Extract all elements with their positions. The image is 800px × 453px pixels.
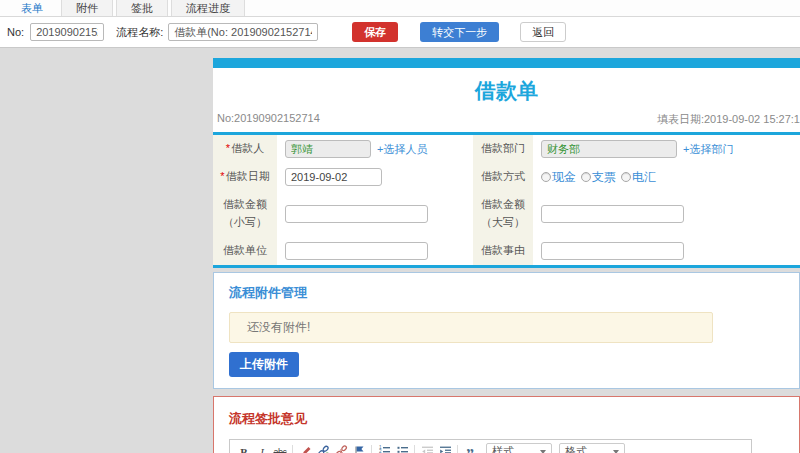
panel-accent-bar (213, 58, 800, 68)
tab-progress[interactable]: 流程进度 (171, 0, 245, 16)
content-area: 借款单 No:20190902152714 填表日期:2019-09-02 15… (0, 48, 800, 453)
borrower-input[interactable] (285, 140, 371, 158)
bulleted-list-icon[interactable] (394, 443, 410, 453)
fill-date: 填表日期:2019-09-02 15:27:1 (657, 112, 800, 127)
caret-down-icon (613, 450, 619, 453)
attachment-panel: 流程附件管理 还没有附件! 上传附件 (213, 272, 800, 389)
remove-format-icon[interactable] (297, 443, 313, 453)
link-icon[interactable] (315, 443, 331, 453)
toolbar-separator (292, 445, 293, 453)
radio-icon[interactable] (541, 172, 551, 182)
loan-unit-field (277, 237, 473, 265)
borrower-field: +选择人员 (277, 135, 473, 163)
format-dropdown[interactable]: 格式 (559, 443, 625, 453)
loan-reason-input[interactable] (541, 242, 684, 260)
caret-down-icon (540, 450, 546, 453)
borrower-label-text: 借款人 (231, 142, 264, 154)
next-step-button[interactable]: 转交下一步 (420, 22, 499, 42)
loan-date-label-text: 借款日期 (226, 170, 270, 182)
loan-method-field: 现金 支票 电汇 (533, 163, 800, 191)
required-mark: * (220, 170, 224, 182)
required-mark: * (226, 142, 230, 154)
toolbar-separator (457, 445, 458, 453)
no-attachment-alert: 还没有附件! (229, 312, 713, 343)
form-meta: No:20190902152714 填表日期:2019-09-02 15:27:… (213, 112, 800, 132)
loan-form-panel: 借款单 No:20190902152714 填表日期:2019-09-02 15… (213, 58, 800, 268)
amount-big-input[interactable] (541, 205, 684, 223)
back-button[interactable]: 返回 (520, 22, 566, 42)
loan-date-label: *借款日期 (213, 163, 277, 191)
unlink-icon[interactable] (333, 443, 349, 453)
loan-date-input[interactable] (285, 168, 382, 186)
rich-text-editor: B I abc 123 (229, 439, 752, 453)
method-option-cheque[interactable]: 支票 (581, 169, 616, 186)
loan-reason-label-text: 借款事由 (481, 242, 525, 260)
outdent-icon[interactable] (419, 443, 435, 453)
process-name-input[interactable] (168, 23, 318, 41)
loan-unit-input[interactable] (285, 242, 428, 260)
tab-attachment[interactable]: 附件 (61, 0, 113, 16)
anchor-flag-icon[interactable] (351, 443, 367, 453)
tab-form[interactable]: 表单 (6, 0, 58, 16)
process-name-label: 流程名称: (116, 25, 163, 40)
method-option-wire[interactable]: 电汇 (621, 169, 656, 186)
radio-icon[interactable] (581, 172, 591, 182)
method-option-cash[interactable]: 现金 (541, 169, 576, 186)
loan-method-label: 借款方式 (473, 163, 533, 191)
method-option-label: 电汇 (632, 169, 656, 186)
approval-panel: 流程签批意见 B I abc (213, 396, 800, 453)
loan-reason-field (533, 237, 800, 265)
accent-divider-bottom (213, 265, 800, 268)
amount-small-field (277, 191, 473, 237)
tab-bar: 表单 附件 签批 流程进度 (0, 0, 800, 17)
department-input[interactable] (541, 140, 677, 158)
amount-big-label-text: 借款金额（大写） (476, 196, 530, 231)
amount-small-label-text: 借款金额（小写） (216, 196, 274, 231)
tab-sign[interactable]: 签批 (116, 0, 168, 16)
styles-dropdown-label: 样式 (492, 444, 514, 453)
toolbar: No: 流程名称: 保存 转交下一步 返回 (0, 17, 800, 48)
toolbar-separator (414, 445, 415, 453)
amount-small-input[interactable] (285, 205, 428, 223)
blockquote-icon[interactable]: ” (462, 443, 478, 453)
department-label: 借款部门 (473, 135, 533, 163)
select-person-link[interactable]: +选择人员 (377, 142, 427, 157)
form-grid: *借款人 +选择人员 借款部门 +选择部门 *借款日期 借款方式 (213, 135, 800, 265)
format-dropdown-label: 格式 (565, 444, 587, 453)
numbered-list-icon[interactable]: 123 (376, 443, 392, 453)
amount-big-label: 借款金额（大写） (473, 191, 533, 237)
loan-date-field (277, 163, 473, 191)
styles-dropdown[interactable]: 样式 (486, 443, 552, 453)
save-button[interactable]: 保存 (352, 22, 398, 42)
loan-unit-label: 借款单位 (213, 237, 277, 265)
upload-attachment-button[interactable]: 上传附件 (229, 352, 299, 377)
select-department-link[interactable]: +选择部门 (683, 142, 733, 157)
doc-no: No:20190902152714 (217, 112, 320, 127)
toolbar-separator (371, 445, 372, 453)
editor-toolbar: B I abc 123 (230, 440, 751, 453)
amount-big-field (533, 191, 800, 237)
borrower-label: *借款人 (213, 135, 277, 163)
amount-small-label: 借款金额（小写） (213, 191, 277, 237)
indent-icon[interactable] (437, 443, 453, 453)
approval-heading: 流程签批意见 (229, 410, 799, 428)
no-label: No: (7, 26, 24, 38)
strikethrough-icon[interactable]: abc (272, 443, 288, 453)
loan-method-label-text: 借款方式 (481, 168, 525, 186)
method-option-label: 支票 (592, 169, 616, 186)
page-title: 借款单 (213, 68, 800, 112)
bold-icon[interactable]: B (236, 443, 252, 453)
no-input[interactable] (30, 23, 104, 41)
loan-unit-label-text: 借款单位 (223, 242, 267, 260)
attachment-heading: 流程附件管理 (229, 284, 799, 302)
loan-reason-label: 借款事由 (473, 237, 533, 265)
italic-icon[interactable]: I (254, 443, 270, 453)
department-field: +选择部门 (533, 135, 800, 163)
department-label-text: 借款部门 (481, 140, 525, 158)
method-option-label: 现金 (552, 169, 576, 186)
radio-icon[interactable] (621, 172, 631, 182)
